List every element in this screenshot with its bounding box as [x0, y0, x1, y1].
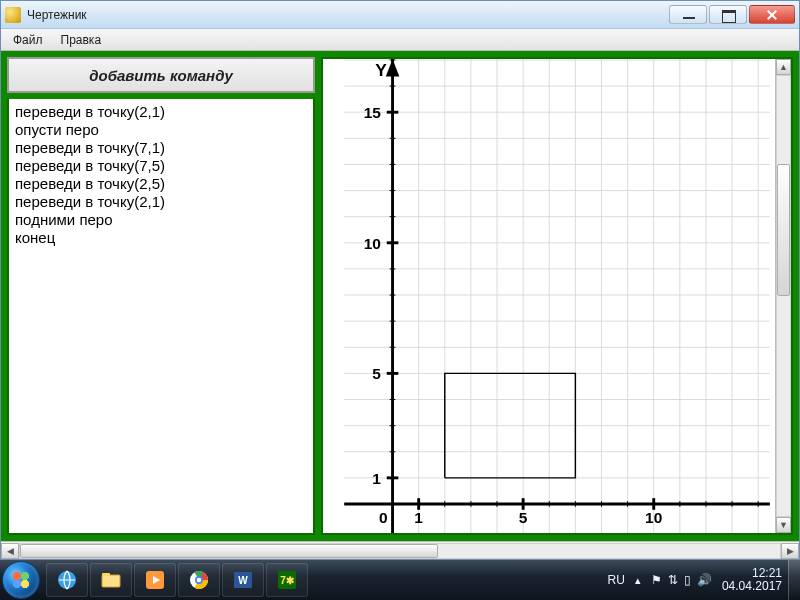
svg-text:W: W — [238, 575, 248, 586]
window-scrollbar-horizontal[interactable]: ◀ ▶ — [1, 541, 799, 559]
svg-text:15: 15 — [364, 104, 382, 121]
code-line[interactable]: переведи в точку(7,5) — [15, 157, 307, 175]
menu-file[interactable]: Файл — [5, 31, 51, 49]
scroll-down-button[interactable]: ▼ — [776, 517, 791, 533]
window-controls — [669, 5, 795, 24]
scroll-thumb[interactable] — [777, 164, 790, 296]
tray-arrow-icon[interactable]: ▴ — [635, 574, 641, 587]
svg-text:10: 10 — [364, 235, 381, 252]
scroll-right-button[interactable]: ▶ — [781, 543, 799, 559]
chrome-icon[interactable] — [178, 563, 220, 597]
taskbar[interactable]: W 7✱ RU ▴ ⚑ ⇅ ▯ 🔊 12:21 04.04.2017 — [0, 560, 800, 600]
close-button[interactable] — [749, 5, 795, 24]
taskbar-pinned: W 7✱ — [46, 563, 308, 597]
flag-icon[interactable]: ⚑ — [651, 573, 662, 587]
svg-text:5: 5 — [519, 509, 528, 526]
svg-text:5: 5 — [372, 365, 381, 382]
svg-rect-98 — [102, 575, 120, 587]
svg-point-104 — [197, 578, 202, 583]
media-player-icon[interactable] — [134, 563, 176, 597]
code-line[interactable]: опусти перо — [15, 121, 307, 139]
network-icon[interactable]: ⇅ — [668, 573, 678, 587]
menubar: Файл Правка — [1, 29, 799, 51]
scroll-track[interactable] — [19, 543, 781, 559]
left-panel: добавить команду переведи в точку(2,1) о… — [7, 57, 315, 535]
language-indicator[interactable]: RU — [608, 573, 625, 587]
start-button[interactable] — [2, 561, 40, 599]
svg-text:7✱: 7✱ — [280, 575, 295, 586]
svg-text:Y: Y — [375, 60, 387, 80]
window-title: Чертежник — [27, 8, 669, 22]
ie-icon[interactable] — [46, 563, 88, 597]
right-panel: Y1510151510150 ▲ ▼ — [321, 57, 793, 535]
content-area: добавить команду переведи в точку(2,1) о… — [1, 51, 799, 541]
code-line[interactable]: подними перо — [15, 211, 307, 229]
canvas-scrollbar-vertical[interactable]: ▲ ▼ — [775, 59, 791, 533]
app-window: Чертежник Файл Правка добавить команду п… — [0, 0, 800, 560]
scroll-thumb[interactable] — [20, 544, 438, 558]
battery-icon[interactable]: ▯ — [684, 573, 691, 587]
code-line[interactable]: переведи в точку(7,1) — [15, 139, 307, 157]
svg-text:1: 1 — [414, 509, 423, 526]
clock-date: 04.04.2017 — [722, 580, 782, 593]
scroll-up-button[interactable]: ▲ — [776, 59, 791, 75]
code-line[interactable]: конец — [15, 229, 307, 247]
show-desktop-button[interactable] — [788, 560, 800, 600]
maximize-button[interactable] — [709, 5, 747, 24]
svg-text:1: 1 — [372, 470, 381, 487]
volume-icon[interactable]: 🔊 — [697, 573, 712, 587]
system-tray: RU ▴ ⚑ ⇅ ▯ 🔊 12:21 04.04.2017 — [608, 567, 788, 593]
svg-text:10: 10 — [645, 509, 662, 526]
app-taskbar-icon[interactable]: 7✱ — [266, 563, 308, 597]
code-line[interactable]: переведи в точку(2,1) — [15, 193, 307, 211]
explorer-icon[interactable] — [90, 563, 132, 597]
tray-icons: ⚑ ⇅ ▯ 🔊 — [651, 573, 712, 587]
word-icon[interactable]: W — [222, 563, 264, 597]
svg-rect-99 — [102, 573, 110, 576]
svg-marker-44 — [386, 59, 400, 76]
code-line[interactable]: переведи в точку(2,1) — [15, 103, 307, 121]
scroll-left-button[interactable]: ◀ — [1, 543, 19, 559]
minimize-button[interactable] — [669, 5, 707, 24]
scroll-track[interactable] — [776, 75, 791, 517]
clock[interactable]: 12:21 04.04.2017 — [722, 567, 782, 593]
menu-edit[interactable]: Правка — [53, 31, 110, 49]
code-listing[interactable]: переведи в точку(2,1) опусти перо переве… — [7, 97, 315, 535]
code-line[interactable]: переведи в точку(2,5) — [15, 175, 307, 193]
app-icon — [5, 7, 21, 23]
titlebar[interactable]: Чертежник — [1, 1, 799, 29]
drawing-canvas[interactable]: Y1510151510150 ▲ ▼ — [321, 57, 793, 535]
svg-text:0: 0 — [379, 509, 388, 526]
add-command-button[interactable]: добавить команду — [7, 57, 315, 93]
grid-svg: Y1510151510150 — [323, 59, 791, 533]
